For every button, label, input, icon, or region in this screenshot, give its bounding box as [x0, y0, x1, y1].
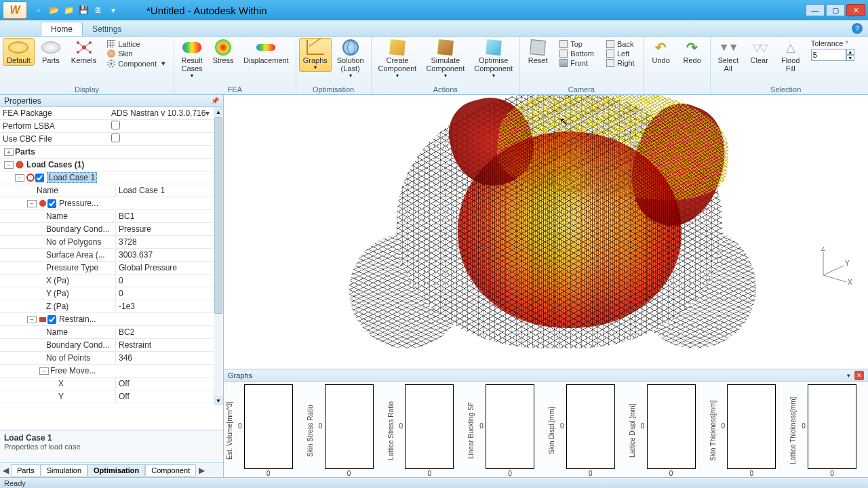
y-off-dropdown[interactable]: Off▾ [115, 390, 223, 403]
graph-plot-area[interactable]: 0 [244, 384, 293, 469]
graph-icon [307, 40, 324, 55]
fea-mesh-render [315, 95, 776, 362]
expand-loadcases[interactable]: − [4, 161, 14, 169]
graph-plot-area[interactable]: 0 [566, 384, 615, 469]
qat-open-icon[interactable]: 📂 [47, 4, 60, 16]
parts-node[interactable]: Parts [15, 147, 35, 157]
graph-plot-area[interactable]: 0 [647, 384, 696, 469]
graphs-close-icon[interactable]: ✕ [854, 371, 864, 380]
parts-button[interactable]: Parts [36, 38, 66, 66]
scroll-up-icon[interactable]: ▲ [214, 107, 223, 117]
camera-back[interactable]: Back [604, 39, 637, 49]
prop-desc-title: Load Case 1 [4, 433, 219, 443]
status-bar: Ready [0, 477, 868, 488]
inner-tab-optimisation[interactable]: Optimisation [87, 464, 145, 476]
properties-title: Properties [4, 96, 41, 106]
displacement-button[interactable]: Displacement [239, 38, 293, 66]
use-cbc-checkbox[interactable] [111, 134, 120, 142]
graph-plot-area[interactable]: 0 [727, 384, 776, 469]
inner-tab-parts[interactable]: Parts [11, 464, 41, 476]
select-all-button[interactable]: ▼▼Select All [713, 38, 743, 74]
qat-import-icon[interactable]: 📁 [62, 4, 75, 16]
restrain-node[interactable]: Restrain... [59, 314, 96, 324]
pin-icon[interactable]: 📌 [211, 97, 219, 104]
qat-export-icon[interactable]: 🗎 [92, 4, 104, 16]
scroll-thumb[interactable] [214, 117, 222, 314]
clear-button[interactable]: ▽▽Clear [745, 38, 774, 66]
perform-lsba-checkbox[interactable] [111, 121, 120, 129]
graphs-pin-icon[interactable]: ▾ [844, 371, 853, 380]
camera-front[interactable]: Front [557, 58, 597, 68]
freemove-node[interactable]: Free Move... [50, 366, 96, 375]
inner-tab-simulation[interactable]: Simulation [41, 464, 87, 476]
pressure-node[interactable]: Pressure... [59, 199, 98, 208]
axis-gizmo[interactable]: Z Y X [811, 247, 852, 287]
skin-toggle[interactable]: Skin [104, 49, 168, 58]
properties-scrollbar[interactable]: ▲ ▼ [214, 107, 223, 405]
graph-plot-area[interactable]: 0 [808, 384, 856, 469]
loadcases-node[interactable]: Load Cases (1) [26, 160, 84, 169]
qat-new-icon[interactable]: ▫ [33, 4, 45, 16]
component-toggle[interactable]: Component▾ [104, 58, 168, 68]
tolerance-spin-up[interactable]: ▲ [846, 49, 854, 55]
create-component-button[interactable]: Create Component▾ [374, 38, 421, 80]
camera-reset-button[interactable]: Reset [523, 38, 553, 66]
graph-plot-area[interactable]: 0 [405, 384, 454, 469]
maximize-button[interactable]: ▢ [826, 4, 845, 16]
tolerance-spin-down[interactable]: ▼ [846, 55, 854, 61]
graphs-button[interactable]: Graphs▾ [299, 38, 332, 72]
fea-package-value[interactable]: ADS Nastran v 10.3.0.716▾ [108, 108, 223, 118]
optimise-component-button[interactable]: Optimise Component▾ [470, 38, 517, 80]
flood-icon: △ [786, 40, 795, 55]
graph-plot-area[interactable]: 0 [486, 384, 534, 469]
camera-top[interactable]: Top [557, 39, 597, 49]
restrain-checkbox[interactable] [47, 315, 56, 324]
graph-plot-area[interactable]: 0 [325, 384, 374, 469]
expand-pressure[interactable]: − [27, 200, 37, 207]
tolerance-label: Tolerance ° [811, 39, 854, 47]
svg-text:Z: Z [821, 247, 825, 252]
3d-viewport[interactable]: ↖ Z Y X [224, 95, 868, 369]
lc1-checkbox[interactable] [35, 174, 44, 182]
solution-button[interactable]: Solution (Last)▾ [333, 38, 368, 80]
redo-button[interactable]: ↷Redo [677, 38, 707, 66]
pressure-checkbox[interactable] [47, 199, 56, 208]
expand-parts[interactable]: + [4, 148, 14, 156]
help-icon[interactable]: ? [852, 23, 863, 34]
svg-line-17 [823, 275, 846, 282]
scroll-down-icon[interactable]: ▼ [214, 396, 223, 405]
stress-button[interactable]: Stress [208, 38, 238, 66]
lc-name-val[interactable]: Load Case 1 [115, 184, 223, 197]
flood-fill-button[interactable]: △Flood Fill [776, 38, 806, 74]
camera-right[interactable]: Right [604, 58, 637, 68]
top-icon [559, 40, 568, 48]
loadcase-icon [26, 173, 35, 182]
lattice-toggle[interactable]: Lattice [104, 39, 168, 49]
tab-scroll-right[interactable]: ▶ [196, 466, 207, 475]
result-cases-button[interactable]: Result Cases▾ [177, 38, 207, 80]
graph-ylabel: Lattice Stress Ratio [387, 384, 395, 477]
loadcase1-node[interactable]: Load Case 1 [47, 172, 97, 183]
expand-freemove[interactable]: − [39, 367, 49, 375]
tab-scroll-left[interactable]: ◀ [0, 466, 11, 475]
tab-home[interactable]: Home [41, 22, 83, 36]
inner-tab-component[interactable]: Component [145, 464, 196, 476]
tolerance-input[interactable] [811, 49, 846, 61]
close-button[interactable]: ✕ [846, 4, 865, 16]
right-icon [606, 59, 614, 67]
graph-ylabel: Skin Thickness[mm] [709, 384, 717, 477]
simulate-component-button[interactable]: Simulate Component▾ [422, 38, 469, 80]
expand-restrain[interactable]: − [27, 316, 37, 323]
tab-settings[interactable]: Settings [83, 22, 131, 36]
app-menu-button[interactable]: W [3, 1, 27, 19]
camera-left[interactable]: Left [604, 49, 637, 58]
qat-save-icon[interactable]: 💾 [77, 4, 90, 16]
undo-button[interactable]: ↶Undo [646, 38, 676, 66]
qat-dropdown-icon[interactable]: ▾ [107, 4, 119, 16]
expand-lc1[interactable]: − [15, 174, 24, 182]
svg-line-15 [823, 266, 844, 275]
camera-bottom[interactable]: Bottom [557, 49, 597, 58]
kernels-button[interactable]: Kernels [67, 38, 100, 66]
minimize-button[interactable]: — [806, 4, 825, 16]
default-button[interactable]: Default [3, 38, 35, 66]
